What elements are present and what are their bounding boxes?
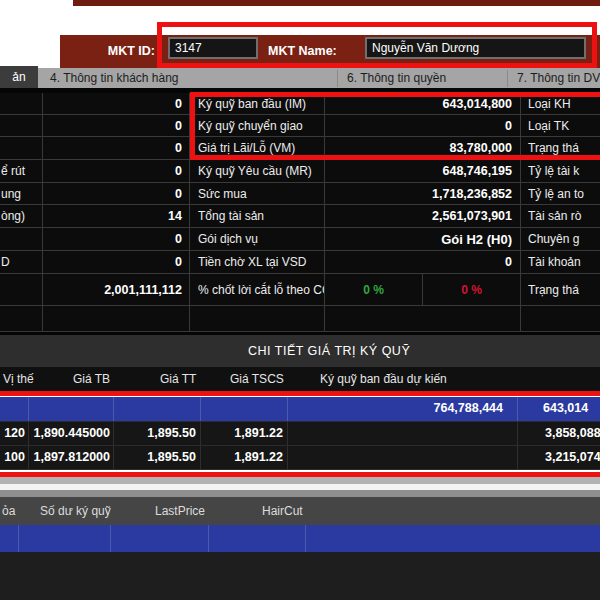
account-row[interactable]: 0Ký quỹ ban đầu (IM)643,014,800Loại KH: [0, 93, 600, 115]
column-divider: [287, 446, 288, 469]
account-row[interactable]: D0Tiền chờ XL tại VSD0Tài khoản: [0, 251, 600, 274]
summary-last-col: 643,014: [543, 401, 588, 415]
row-value: 643,014,800: [325, 93, 521, 115]
row-right-label: Tài khoản: [521, 251, 600, 274]
row-left-value: 0: [43, 251, 190, 274]
row-value: 0: [325, 115, 521, 137]
column-divider: [287, 422, 288, 445]
positions-col-header: Ký quỹ ban đầu dự kiến: [320, 372, 447, 386]
row-left-value: 0: [43, 228, 190, 251]
column-divider: [200, 397, 201, 421]
account-row[interactable]: 0Ký quỹ chuyển giao0Loại TK: [0, 115, 600, 137]
row-label: Tổng tài sản: [190, 205, 325, 228]
account-row[interactable]: òng)14Tổng tài sản2,561,073,901Tài sản r…: [0, 205, 600, 228]
collateral-col-header: LastPrice: [155, 504, 205, 518]
account-row[interactable]: ể rút0Ký quỹ Yêu cầu (MR)648,746,195Tỷ l…: [0, 160, 600, 183]
pct-profit-value: 0 %: [325, 274, 423, 306]
positions-col-header: Vị thế: [3, 372, 34, 386]
pos-avg-price: 1,897.812000: [30, 450, 110, 464]
trading-terminal-window: MKT ID: 3147 MKT Name: Nguyễn Văn Dương …: [0, 0, 600, 600]
margin-detail-section-header: CHI TIẾT GIÁ TRỊ KÝ QUỸ: [0, 335, 600, 367]
row-label: [190, 306, 325, 332]
row-left-label: [0, 274, 43, 306]
column-divider: [113, 422, 114, 445]
collateral-col-header: ỏa: [2, 504, 15, 518]
row-label: Ký quỹ chuyển giao: [190, 115, 325, 137]
column-divider: [110, 525, 111, 552]
row-label: Sức mua: [190, 183, 325, 205]
mkt-id-input[interactable]: 3147: [168, 37, 258, 59]
collateral-selected-row[interactable]: [0, 525, 600, 552]
account-row[interactable]: 2,001,111,112% chốt lời cắt lỗ theo CG0 …: [0, 274, 600, 306]
tab-separator: [337, 70, 338, 87]
tab-rights-info[interactable]: 6. Thông tin quyền: [347, 71, 446, 85]
mkt-name-label: MKT Name:: [268, 40, 337, 62]
account-row[interactable]: [0, 306, 600, 332]
column-divider: [200, 422, 201, 445]
column-divider: [305, 525, 306, 552]
column-divider: [208, 525, 209, 552]
pos-im-value: 3,215,074: [545, 450, 600, 464]
account-row[interactable]: ung0Sức mua1,718,236,852Tỷ lệ an to: [0, 183, 600, 205]
tab-customer-info[interactable]: 4. Thông tin khách hàng: [50, 71, 179, 85]
row-value: [325, 306, 521, 332]
mkt-id-label: MKT ID:: [80, 40, 155, 62]
tab-partial-left[interactable]: ản: [0, 66, 38, 88]
row-right-label: Trạng thá: [521, 137, 600, 160]
top-title-strip: [73, 0, 600, 6]
row-left-value: 14: [43, 205, 190, 228]
row-left-label: D: [0, 251, 43, 274]
row-right-label: Trạng thá: [521, 274, 600, 306]
column-divider: [517, 397, 518, 421]
pos-qty: 100: [0, 450, 25, 464]
row-right-label: Tài sản rò: [521, 205, 600, 228]
positions-summary-row[interactable]: 764,788,444643,014: [0, 397, 600, 422]
account-row[interactable]: 0Giá trị Lãi/Lỗ (VM)83,780,000Trạng thá: [0, 137, 600, 160]
row-left-value: 0: [43, 137, 190, 160]
column-divider: [28, 446, 29, 469]
pos-tscs-price: 1,891.22: [203, 450, 283, 464]
positions-col-header: Giá TB: [73, 372, 110, 386]
pos-qty: 120: [0, 426, 25, 440]
pos-tscs-price: 1,891.22: [203, 426, 283, 440]
row-value: 2,561,073,901: [325, 205, 521, 228]
row-label: Ký quỹ ban đầu (IM): [190, 93, 325, 115]
row-left-label: [0, 137, 43, 160]
collateral-col-header: Số dư ký quỹ: [40, 504, 111, 518]
positions-column-headers: Vị thếGiá TBGiá TTGiá TSCSKý quỹ ban đầu…: [0, 367, 600, 392]
column-divider: [28, 397, 29, 421]
row-left-value: 0: [43, 93, 190, 115]
row-left-label: [0, 115, 43, 137]
positions-row[interactable]: 1201,890.4450001,895.501,891.223,858,088: [0, 422, 600, 446]
column-divider: [517, 446, 518, 469]
row-left-label: òng): [0, 205, 43, 228]
pos-im-value: 3,858,088: [545, 426, 600, 440]
section-divider: [0, 477, 600, 497]
row-right-label: Tỷ lệ an to: [521, 183, 600, 205]
row-left-label: ung: [0, 183, 43, 205]
row-right-label: Tỷ lệ tài k: [521, 160, 600, 183]
column-divider: [113, 397, 114, 421]
positions-col-header: Giá TT: [160, 372, 196, 386]
column-divider: [517, 422, 518, 445]
row-value: 83,780,000: [325, 137, 521, 160]
tab-separator: [507, 70, 508, 87]
collateral-col-header: HairCut: [262, 504, 303, 518]
mkt-name-input[interactable]: Nguyễn Văn Dương: [365, 37, 586, 59]
tab-dvt-info[interactable]: 7. Thông tin DVT: [517, 71, 600, 85]
row-left-value: 0: [43, 183, 190, 205]
row-right-label: Loại TK: [521, 115, 600, 137]
row-value: 1,718,236,852: [325, 183, 521, 205]
positions-row[interactable]: 1001,897.8120001,895.501,891.223,215,074: [0, 446, 600, 470]
row-left-value: [43, 306, 190, 332]
positions-col-header: Giá TSCS: [230, 372, 284, 386]
pos-last-price: 1,895.50: [116, 450, 196, 464]
account-row[interactable]: 0Gói dịch vụGói H2 (H0)Chuyên g: [0, 228, 600, 251]
collateral-column-headers: ỏaSố dư ký quỹLastPriceHairCut: [0, 497, 600, 525]
margin-detail-title: CHI TIẾT GIÁ TRỊ KÝ QUỸ: [248, 344, 410, 358]
pct-loss-value: 0 %: [423, 274, 521, 306]
row-right-label: Chuyên g: [521, 228, 600, 251]
row-label: Ký quỹ Yêu cầu (MR): [190, 160, 325, 183]
row-label: Gói dịch vụ: [190, 228, 325, 251]
column-divider: [113, 446, 114, 469]
